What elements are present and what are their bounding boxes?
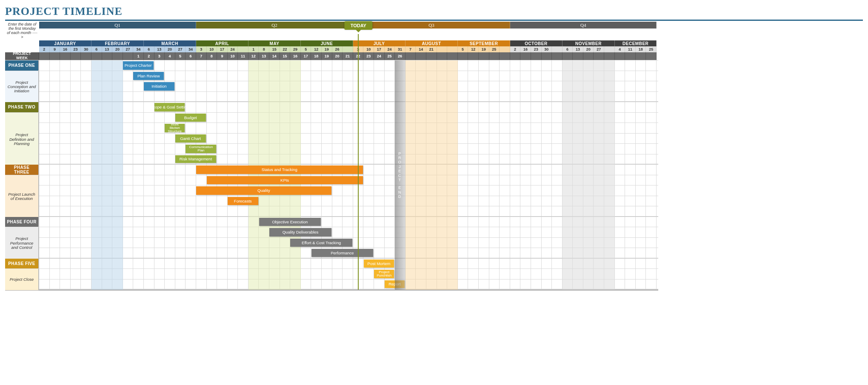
week-date-cell: 13	[154, 46, 165, 52]
phase-side: Project Close	[5, 269, 39, 290]
project-week-cell	[552, 52, 562, 60]
phase-name: PHASE FIVE	[5, 259, 39, 269]
week-date-cell: 18	[636, 46, 646, 52]
project-week-cell	[625, 52, 636, 60]
project-week-cell	[426, 52, 437, 60]
gantt-bar[interactable]: Effort & Cost Tracking	[290, 239, 352, 247]
gantt-bar[interactable]: Gantt Chart	[175, 134, 206, 143]
gantt-bar[interactable]: Communication Plan	[186, 145, 216, 153]
gantt-bar[interactable]: Plan Review	[133, 72, 164, 80]
gantt-bar[interactable]: Objective Execution	[259, 218, 321, 226]
gantt-bar[interactable]: Risk Management	[175, 155, 216, 163]
week-date-cell	[552, 46, 562, 52]
gantt-bar[interactable]: Budget	[175, 114, 206, 122]
week-date-cell: 6	[144, 46, 154, 52]
project-week-cell: 4	[165, 52, 175, 60]
week-date-cell: 23	[71, 46, 81, 52]
gantt-bar[interactable]: Project Charter	[123, 61, 154, 70]
week-date-cell: 15	[269, 46, 280, 52]
month-row: JANUARYFEBRUARYMARCHAPRILMAYJUNEJULYAUGU…	[5, 40, 658, 46]
quarter-cell: Q4	[510, 22, 657, 29]
week-date-cell: 3	[353, 46, 364, 52]
gantt-bar[interactable]: Scope & Goal Setting	[154, 103, 185, 111]
gantt-bar[interactable]: Post Mortem	[364, 260, 394, 268]
task-row: Work Bkdwn Structure	[5, 123, 658, 134]
week-date-row: 2916233061320273461320273431017241815222…	[5, 46, 658, 52]
gantt-bar[interactable]: Report	[385, 280, 405, 288]
week-date-cell: 13	[573, 46, 583, 52]
project-week-cell: 12	[248, 52, 259, 60]
month-cell: DECEMBER	[615, 40, 657, 46]
quarter-cell: Q2	[196, 22, 353, 29]
project-week-cell: 5	[175, 52, 186, 60]
project-week-cell	[102, 52, 113, 60]
gantt-bar[interactable]: Initiation	[144, 82, 174, 91]
phase-name: PHASE TWO	[5, 102, 39, 112]
phase-name: PHASE FOUR	[5, 217, 39, 227]
project-week-cell: 8	[207, 52, 217, 60]
gantt-bar[interactable]: Quality	[196, 186, 331, 195]
week-date-cell	[343, 46, 353, 52]
week-date-cell: 17	[217, 46, 228, 52]
task-row: Performance	[5, 248, 658, 259]
project-week-cell: 22	[353, 52, 364, 60]
week-date-cell: 16	[520, 46, 531, 52]
project-week-cell	[562, 52, 573, 60]
phase-header: PHASE FOURObjective Execution	[5, 217, 658, 228]
gantt-bar[interactable]: Performance	[311, 249, 374, 257]
week-date-cell: 10	[363, 46, 374, 52]
project-week-cell: 16	[290, 52, 301, 60]
week-date-cell: 1	[248, 46, 259, 52]
project-week-cell	[447, 52, 458, 60]
task-row: Project Performance and ControlQuality D…	[5, 227, 658, 238]
project-week-cell: 15	[280, 52, 291, 60]
gantt-bar[interactable]: Work Bkdwn Structure	[165, 124, 185, 132]
project-week-row: PROJECT WEEK 123456789101112131415161718…	[5, 52, 658, 60]
week-date-cell: 34	[133, 46, 144, 52]
gantt-bar[interactable]: Status and Tracking	[196, 165, 363, 174]
month-cell: SEPTEMBER	[458, 40, 510, 46]
phase-name: PHASE ONE	[5, 60, 39, 71]
project-week-cell	[405, 52, 416, 60]
gantt-bar[interactable]: KPIs	[207, 176, 363, 185]
week-date-cell: 3	[196, 46, 207, 52]
week-date-cell	[500, 46, 510, 52]
week-date-cell: 11	[625, 46, 636, 52]
project-week-cell	[500, 52, 510, 60]
month-cell: MARCH	[144, 40, 196, 46]
gantt-bar[interactable]: Quality Deliverables	[269, 228, 331, 237]
task-row: Gantt Chart	[5, 134, 658, 144]
project-week-cell: 3	[154, 52, 165, 60]
week-date-cell: 22	[280, 46, 291, 52]
project-week-cell: 1	[133, 52, 144, 60]
project-week-cell	[531, 52, 542, 60]
project-week-cell: 9	[217, 52, 228, 60]
gantt-sheet: Enter the date of the first Monday of ea…	[5, 22, 658, 291]
week-date-cell	[604, 46, 615, 52]
project-week-cell: 23	[363, 52, 374, 60]
gantt-body: PHASE ONEProject CharterProject Concepti…	[5, 60, 658, 291]
week-date-cell: 27	[175, 46, 186, 52]
task-row: Project Conception and InitiationPlan Re…	[5, 71, 658, 82]
today-flag[interactable]: TODAY	[345, 21, 372, 30]
project-week-cell: 19	[322, 52, 332, 60]
week-date-cell: 5	[458, 46, 468, 52]
week-date-cell: 2	[39, 46, 50, 52]
week-date-cell: 24	[385, 46, 395, 52]
task-row: Communication Plan	[5, 144, 658, 154]
instruction-cell: Enter the date of the first Monday of ea…	[5, 22, 39, 40]
project-week-cell	[542, 52, 552, 60]
week-date-cell: 30	[542, 46, 552, 52]
phase-header: PHASE FIVEPost Mortem	[5, 259, 658, 269]
gantt-bar[interactable]: Forecasts	[228, 197, 258, 205]
week-date-cell: 27	[123, 46, 134, 52]
project-week-cell	[489, 52, 500, 60]
week-date-cell: 30	[81, 46, 91, 52]
week-date-cell: 23	[531, 46, 542, 52]
phase-header: PHASE TWOScope & Goal Setting	[5, 102, 658, 113]
project-week-cell: 17	[301, 52, 311, 60]
project-week-cell	[479, 52, 489, 60]
phase-side: Project Performance and Control	[5, 227, 39, 260]
week-date-cell: 27	[594, 46, 604, 52]
gantt-bar[interactable]: Project Punchlish	[374, 270, 394, 278]
